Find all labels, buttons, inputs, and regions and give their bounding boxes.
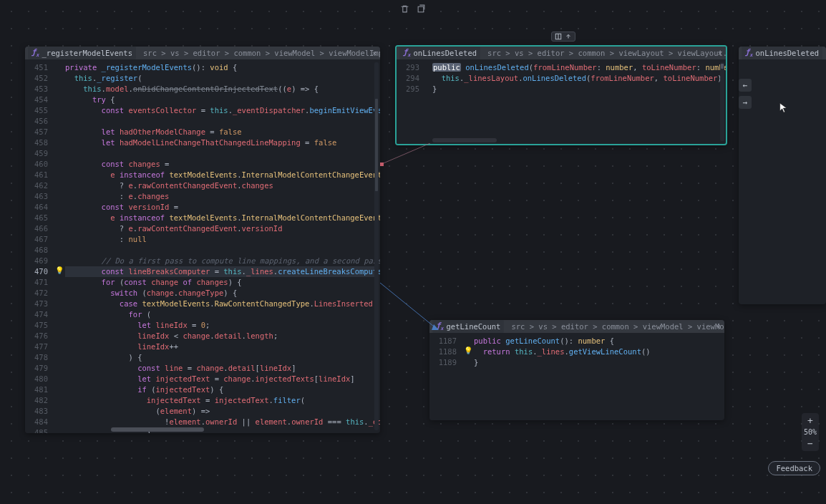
code-pane-deleted[interactable]: ƒx onLinesDeleted src > vs > editor > co… [395,45,727,145]
function-badge: ƒx _registerModelEvents [28,47,136,59]
function-name: onLinesDeleted [414,49,477,57]
pane-titlebar[interactable]: ƒx onLinesDeleted src > [739,47,826,59]
pane-layout-control[interactable] [551,32,575,42]
nav-arrows: ← → [739,79,752,109]
close-icon[interactable]: × [716,322,721,331]
close-icon[interactable]: × [718,49,722,57]
line-gutter: 118711881189 [429,333,464,420]
top-toolbar [400,4,426,16]
function-f-icon: ƒx [436,321,444,331]
function-f-icon: ƒx [31,47,39,58]
mouse-cursor [779,102,788,116]
code-pane-peek[interactable]: ƒx onLinesDeleted src > [739,47,826,304]
code-pane-main[interactable]: ƒx _registerModelEvents src > vs > edito… [25,47,380,433]
line-gutter: 4514524534544554564574584594604614624634… [25,59,55,433]
pane-titlebar[interactable]: ƒx onLinesDeleted src > vs > editor > co… [397,47,726,59]
function-f-icon: ƒx [745,47,753,58]
breadcrumb-path: src > vs > editor > common > viewLayout … [487,49,726,57]
zoom-out-button[interactable]: − [807,439,813,448]
function-badge: ƒx onLinesDeleted [742,47,822,59]
code-pane-count[interactable]: ƒx getLineCount src > vs > editor > comm… [429,320,724,420]
zoom-control: + 50% − [802,413,819,451]
lightbulb-icon[interactable]: 💡 [55,266,64,274]
breadcrumb-path: src > vs > editor > common > viewModel >… [143,49,380,57]
function-name: getLineCount [447,322,501,331]
pane-titlebar[interactable]: ƒx _registerModelEvents src > vs > edito… [25,47,380,59]
code-content[interactable]: public getLineCount(): number { return t… [464,333,724,420]
minimap[interactable] [374,62,379,430]
function-name: _registerModelEvents [42,49,132,57]
split-icon [555,33,562,40]
feedback-button[interactable]: Feedback [768,461,820,475]
code-content[interactable]: public onLinesDeleted(fromLineNumber: nu… [427,59,726,144]
minimap[interactable] [720,62,724,141]
close-icon[interactable]: × [372,49,376,57]
line-gutter: 293294295 [397,59,427,144]
arrow-up-icon [565,33,572,40]
function-badge: ƒx onLinesDeleted [399,47,480,59]
code-content[interactable] [739,59,826,304]
nav-forward-button[interactable]: → [739,96,752,109]
function-f-icon: ƒx [403,47,411,58]
svg-rect-0 [418,6,424,12]
horizontal-scrollbar[interactable] [111,427,204,432]
horizontal-scrollbar[interactable] [432,138,497,142]
function-badge: ƒx getLineCount [432,320,504,332]
nav-back-button[interactable]: ← [739,79,752,92]
trash-icon[interactable] [400,4,409,16]
breadcrumb-path: src > vs > editor > common > viewModel >… [511,322,724,331]
function-name: onLinesDeleted [756,49,820,57]
zoom-in-button[interactable]: + [807,416,813,425]
new-window-icon[interactable] [417,4,426,16]
code-content[interactable]: private _registerModelEvents(): void { t… [55,59,380,433]
lightbulb-icon[interactable]: 💡 [464,346,472,354]
zoom-level: 50% [804,428,817,436]
pane-titlebar[interactable]: ƒx getLineCount src > vs > editor > comm… [429,320,724,333]
